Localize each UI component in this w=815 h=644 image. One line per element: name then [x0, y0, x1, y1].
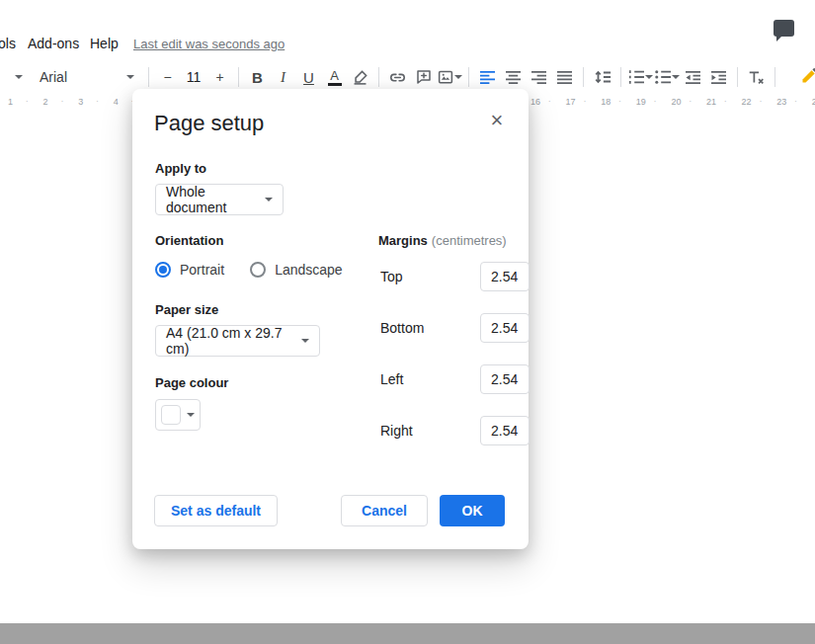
set-as-default-button[interactable]: Set as default	[154, 495, 278, 526]
margin-bottom-input[interactable]	[480, 313, 530, 343]
margins-label: Margins(centimetres)	[378, 233, 507, 248]
toolbar-separator	[583, 67, 584, 87]
radio-portrait[interactable]: Portrait	[155, 262, 224, 278]
page-colour-select[interactable]	[155, 399, 201, 431]
paper-size-select[interactable]: A4 (21.0 cm x 29.7 cm)	[155, 325, 320, 357]
toolbar-separator	[620, 67, 621, 87]
ruler-number: 22	[742, 97, 752, 107]
margin-left-label: Left	[380, 371, 403, 387]
radio-landscape-label: Landscape	[275, 262, 343, 278]
add-comment-button[interactable]	[411, 64, 436, 90]
margin-row-right: Right	[380, 416, 530, 445]
insert-image-button[interactable]	[437, 64, 462, 90]
radio-landscape[interactable]: Landscape	[250, 262, 343, 278]
image-icon	[437, 68, 454, 86]
font-family-select[interactable]: Arial	[32, 64, 142, 90]
apply-to-label: Apply to	[155, 161, 206, 176]
line-spacing-button[interactable]	[590, 64, 614, 90]
bold-button[interactable]: B	[245, 64, 270, 90]
orientation-radio-group: Portrait Landscape	[155, 262, 343, 278]
menu-help[interactable]: Help	[90, 36, 119, 51]
ruler-number: 1	[8, 97, 13, 107]
highlighter-icon	[352, 69, 368, 86]
ruler-number: 2	[43, 97, 48, 107]
margin-left-input[interactable]	[480, 364, 530, 394]
margin-top-label: Top	[380, 269, 403, 284]
indent-icon	[710, 70, 727, 85]
margin-bottom-label: Bottom	[380, 320, 424, 336]
font-size-value[interactable]: 11	[181, 64, 206, 90]
toolbar-separator	[468, 67, 469, 87]
underline-button[interactable]: U	[296, 64, 321, 90]
ruler-number: 20	[671, 97, 681, 107]
align-left-button[interactable]	[475, 64, 500, 90]
toolbar-separator	[774, 67, 775, 87]
margins-label-text: Margins	[378, 233, 428, 248]
bottom-bar	[0, 623, 815, 644]
italic-button[interactable]: I	[271, 64, 295, 90]
ruler-number: 16	[530, 97, 540, 107]
align-center-button[interactable]	[501, 64, 526, 90]
clear-formatting-button[interactable]	[744, 64, 769, 90]
clear-formatting-icon	[747, 69, 766, 86]
chevron-down-icon	[301, 339, 309, 343]
text-color-bar	[328, 83, 342, 86]
margin-row-left: Left	[380, 364, 530, 394]
numbered-list-button[interactable]	[627, 64, 653, 90]
apply-to-select[interactable]: Whole document	[155, 184, 284, 215]
text-color-icon: A	[330, 69, 339, 82]
numbered-list-icon	[627, 69, 645, 85]
decrease-indent-button[interactable]	[681, 64, 705, 90]
bulleted-list-icon	[654, 69, 672, 85]
ruler-tick: ·	[96, 96, 99, 106]
bulleted-list-button[interactable]	[654, 64, 680, 90]
last-edit-status[interactable]: Last edit was seconds ago	[133, 37, 285, 51]
align-center-icon	[505, 70, 522, 85]
line-spacing-icon	[594, 69, 611, 85]
toolbar-overflow-button[interactable]	[6, 64, 31, 90]
ruler-tick: ·	[60, 96, 63, 106]
chevron-down-icon	[15, 75, 23, 79]
increase-indent-button[interactable]	[706, 64, 731, 90]
toolbar-separator	[737, 67, 738, 87]
chevron-down-icon	[454, 75, 462, 79]
close-icon[interactable]: ×	[483, 107, 511, 134]
ruler-tick: ·	[654, 96, 657, 106]
ruler-tick: ·	[759, 96, 762, 106]
align-right-icon	[530, 70, 547, 85]
increase-font-size-button[interactable]: +	[207, 64, 232, 90]
margin-right-label: Right	[380, 423, 413, 439]
dialog-title: Page setup	[154, 111, 264, 136]
margin-right-input[interactable]	[480, 416, 530, 445]
ruler-tick: ·	[583, 96, 586, 106]
toolbar-separator	[378, 67, 379, 87]
highlight-button[interactable]	[348, 64, 372, 90]
toolbar: Arial − 11 + B I U A	[0, 62, 815, 92]
margin-top-input[interactable]	[480, 262, 530, 291]
ruler-number: 19	[636, 97, 646, 107]
chevron-down-icon	[187, 413, 195, 417]
margins-unit: (centimetres)	[432, 233, 507, 248]
chevron-down-icon	[645, 75, 653, 79]
menu-tools[interactable]: ols	[0, 36, 16, 51]
ok-button[interactable]: OK	[440, 495, 505, 526]
decrease-font-size-button[interactable]: −	[155, 64, 180, 90]
comment-history-icon[interactable]	[774, 20, 794, 37]
toolbar-separator	[238, 67, 239, 87]
page-setup-dialog: Page setup × Apply to Whole document Ori…	[132, 89, 529, 549]
margin-row-top: Top	[380, 262, 530, 291]
text-color-button[interactable]: A	[322, 64, 347, 90]
align-right-button[interactable]	[527, 64, 551, 90]
link-icon	[388, 68, 407, 87]
editing-mode-pencil-icon[interactable]	[800, 65, 815, 89]
menu-addons[interactable]: Add-ons	[28, 36, 79, 51]
cancel-button[interactable]: Cancel	[341, 495, 428, 526]
orientation-label: Orientation	[155, 233, 223, 248]
menu-bar: ols Add-ons Help Last edit was seconds a…	[0, 34, 815, 55]
colour-swatch-white	[161, 405, 181, 425]
insert-link-button[interactable]	[385, 64, 410, 90]
align-justify-button[interactable]	[552, 64, 577, 90]
radio-unselected-icon	[250, 262, 266, 278]
chevron-down-icon	[265, 198, 273, 201]
ruler-tick: ·	[26, 96, 29, 106]
